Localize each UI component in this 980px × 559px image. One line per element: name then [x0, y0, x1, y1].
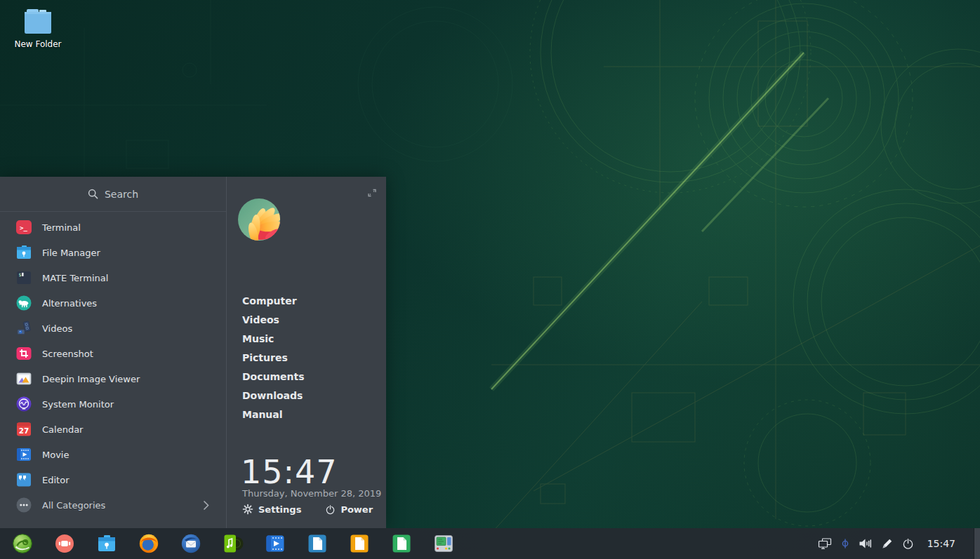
shortcut-videos[interactable]: Videos	[242, 311, 305, 330]
launcher-date: Thursday, November 28, 2019	[242, 488, 381, 499]
launcher-app-mate-terminal[interactable]: $ MATE Terminal	[0, 265, 226, 290]
app-label: File Manager	[42, 248, 100, 258]
search-placeholder: Search	[105, 189, 138, 200]
search-icon	[88, 189, 98, 199]
power-button[interactable]: Power	[325, 504, 373, 515]
gear-icon	[242, 504, 253, 515]
taskbar: 15:47	[0, 528, 980, 559]
launcher-app-system-monitor[interactable]: System Monitor	[0, 391, 226, 417]
launcher-user-column: Computer Videos Music Pictures Documents…	[227, 177, 385, 528]
chevron-right-icon	[203, 500, 209, 511]
display-switch-icon[interactable]	[818, 537, 832, 550]
launcher-clock: 15:47	[241, 453, 338, 491]
desktop-icon-new-folder[interactable]: New Folder	[10, 6, 66, 49]
folder-icon	[20, 6, 55, 36]
shortcut-manual[interactable]: Manual	[242, 405, 305, 424]
launcher-app-terminal[interactable]: >_ Terminal	[0, 215, 226, 240]
app-label: Deepin Image Viewer	[42, 374, 140, 384]
app-label: Movie	[42, 450, 69, 460]
firefox-icon[interactable]	[138, 533, 159, 554]
svg-text:$: $	[19, 272, 22, 278]
writer-document-icon[interactable]	[307, 533, 328, 554]
calendar-icon: 27	[15, 421, 32, 438]
app-label: Terminal	[42, 222, 81, 233]
launcher-app-file-manager[interactable]: File Manager	[0, 240, 226, 265]
calc-document-icon[interactable]	[391, 533, 412, 554]
launcher-app-editor[interactable]: Editor	[0, 467, 226, 492]
thunderbird-icon[interactable]	[180, 533, 201, 554]
power-tray-icon[interactable]	[902, 538, 914, 550]
movie-icon	[15, 446, 32, 463]
user-avatar[interactable]	[238, 198, 280, 241]
desktop-icon-label: New Folder	[10, 39, 66, 49]
shortcut-downloads[interactable]: Downloads	[242, 386, 305, 405]
shortcut-computer[interactable]: Computer	[242, 292, 305, 311]
mate-terminal-icon: $	[15, 269, 32, 286]
shortcut-pictures[interactable]: Pictures	[242, 349, 305, 368]
input-method-icon[interactable]	[841, 538, 849, 549]
opensuse-launcher-icon[interactable]	[12, 533, 33, 554]
power-icon	[325, 504, 336, 515]
expand-fullscreen-icon[interactable]	[366, 187, 378, 198]
dock	[0, 533, 454, 554]
all-categories-icon	[15, 497, 32, 513]
volume-icon[interactable]	[859, 538, 872, 549]
tray-clock[interactable]: 15:47	[927, 538, 955, 549]
power-label: Power	[340, 504, 373, 515]
launcher-app-movie[interactable]: Movie	[0, 442, 226, 467]
launcher-app-alternatives[interactable]: Alternatives	[0, 290, 226, 316]
launcher-app-calendar[interactable]: 27 Calendar	[0, 417, 226, 442]
show-desktop-button[interactable]	[974, 528, 980, 559]
shortcut-documents[interactable]: Documents	[242, 368, 305, 386]
screenshot-icon	[15, 345, 32, 362]
system-monitor-icon	[15, 396, 32, 412]
screen-recorder-icon[interactable]	[54, 533, 75, 554]
pen-icon[interactable]	[881, 538, 893, 550]
svg-text:27: 27	[19, 426, 29, 435]
app-label: System Monitor	[42, 399, 114, 410]
impress-document-icon[interactable]	[349, 533, 370, 554]
launcher-panel: Search >_ Terminal	[0, 177, 386, 528]
music-icon[interactable]	[223, 533, 244, 554]
file-manager-icon	[15, 244, 32, 261]
flower-avatar	[238, 198, 280, 241]
alternatives-icon	[15, 295, 32, 311]
system-tray: 15:47	[818, 528, 980, 559]
user-shortcuts: Computer Videos Music Pictures Documents…	[242, 292, 305, 424]
terminal-icon: >_	[15, 219, 32, 236]
app-list: >_ Terminal File Manager	[0, 212, 226, 518]
app-label: Editor	[42, 475, 69, 485]
launcher-app-videos[interactable]: Videos	[0, 316, 226, 341]
app-label: Screenshot	[42, 349, 93, 359]
videos-icon	[15, 320, 32, 337]
launcher-all-categories[interactable]: All Categories	[0, 492, 226, 518]
settings-label: Settings	[258, 504, 301, 515]
file-manager-dock-icon[interactable]	[96, 533, 117, 554]
launcher-app-screenshot[interactable]: Screenshot	[0, 341, 226, 366]
movie-dock-icon[interactable]	[265, 533, 286, 554]
launcher-app-image-viewer[interactable]: Deepin Image Viewer	[0, 366, 226, 391]
shortcut-music[interactable]: Music	[242, 330, 305, 349]
desktop: New Folder Search >_ Terminal	[0, 0, 980, 559]
app-label: Videos	[42, 323, 72, 334]
panel-actions: Settings Power	[242, 504, 373, 515]
app-label: Calendar	[42, 424, 83, 435]
search-input[interactable]: Search	[0, 177, 226, 212]
editor-icon	[15, 471, 32, 488]
launcher-app-column: Search >_ Terminal	[0, 177, 227, 528]
svg-text:>_: >_	[20, 224, 27, 231]
app-label: Alternatives	[42, 298, 97, 309]
all-categories-label: All Categories	[42, 500, 105, 511]
system-device-icon[interactable]	[433, 533, 454, 554]
app-label: MATE Terminal	[42, 273, 108, 283]
settings-button[interactable]: Settings	[242, 504, 301, 515]
image-viewer-icon	[15, 370, 32, 387]
